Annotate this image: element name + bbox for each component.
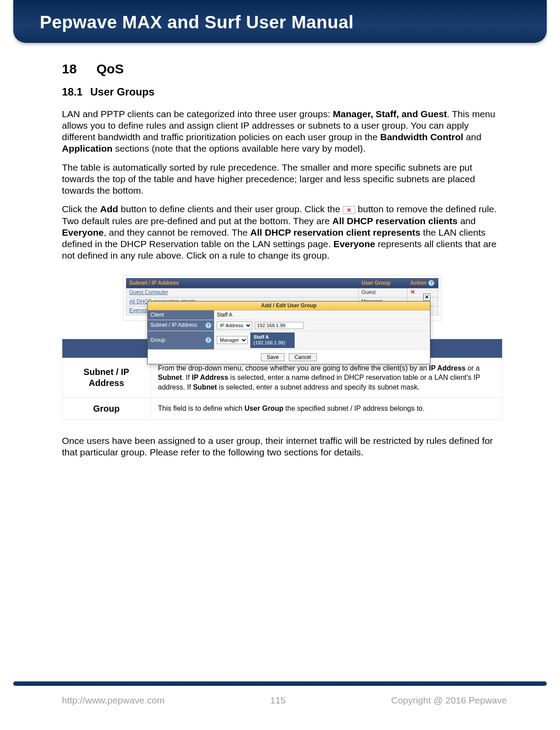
manual-title: Pepwave MAX and Surf User Manual [40, 12, 527, 32]
help-icon[interactable]: ? [205, 322, 211, 329]
table-row[interactable]: Guest Computer Guest [127, 288, 438, 297]
row-delete-icon[interactable] [410, 289, 415, 294]
subsection-heading: 18.1User Groups [62, 85, 502, 99]
desc-label-group: Group [62, 397, 151, 420]
footer-copyright: Copyright @ 2016 Pepwave [391, 695, 507, 706]
group-label: Group? [148, 331, 214, 350]
page-footer: http://www.pepwave.com 115 Copyright @ 2… [0, 695, 560, 706]
delete-icon [343, 206, 355, 214]
popup-buttons: Save Cancel [148, 350, 430, 364]
col-usergroup: User Group [359, 278, 407, 288]
subsection-title: User Groups [90, 86, 154, 98]
subsection-number: 18.1 [62, 85, 90, 99]
paragraph-3: Click the Add button to define clients a… [62, 203, 502, 261]
subnet-ip-input[interactable] [255, 322, 303, 329]
desc-text-group: This field is to define which User Group… [151, 397, 502, 420]
popup-row-client: Client Staff A [148, 310, 430, 320]
group-tooltip: Staff A (192.168.1.99) [250, 333, 295, 348]
ui-screenshot: Subnet / IP Address User Group Action? G… [123, 275, 441, 321]
section-title: QoS [96, 61, 124, 76]
table-header-row: Subnet / IP Address User Group Action? [127, 278, 438, 288]
help-icon[interactable]: ? [205, 337, 211, 343]
client-label: Client [148, 310, 214, 320]
footer-url: http://www.pepwave.com [62, 695, 165, 706]
subnet-type-select[interactable]: IP Address [217, 321, 252, 329]
cancel-button[interactable]: Cancel [289, 353, 317, 361]
popup-close-button[interactable]: ✕ [423, 294, 430, 301]
desc-row-group: Group This field is to define which User… [62, 397, 502, 420]
client-value: Staff A [217, 312, 232, 318]
rule-name[interactable]: Guest Computer [127, 288, 359, 297]
rule-action [407, 288, 438, 297]
paragraph-2: The table is automatically sorted by rul… [62, 162, 502, 197]
col-action: Action? [407, 278, 438, 288]
footer-page-number: 115 [270, 695, 286, 706]
popup-row-subnet: Subnet / IP Address? IP Address [148, 320, 430, 331]
desc-label-subnet: Subnet / IP Address [62, 358, 151, 397]
paragraph-1: LAN and PPTP clients can be categorized … [62, 108, 502, 155]
footer-divider [13, 681, 547, 686]
save-button[interactable]: Save [261, 353, 284, 361]
rule-group: Guest [359, 288, 407, 297]
header-banner: Pepwave MAX and Surf User Manual [13, 0, 547, 43]
popup-row-group: Group? Manager Staff A (192.168.1.99) [148, 331, 430, 350]
paragraph-4: Once users have been assigned to a user … [62, 435, 502, 459]
section-heading: 18QoS [62, 61, 502, 77]
help-icon[interactable]: ? [428, 280, 434, 286]
group-select[interactable]: Manager [217, 336, 248, 344]
col-subnet: Subnet / IP Address [127, 278, 359, 288]
add-edit-popup: ✕ Add / Edit User Group Client Staff A S… [147, 301, 430, 365]
content-area: 18QoS 18.1User Groups LAN and PPTP clien… [0, 43, 560, 458]
popup-title: Add / Edit User Group [148, 302, 430, 310]
subnet-label: Subnet / IP Address? [148, 320, 214, 331]
section-number: 18 [62, 61, 96, 77]
